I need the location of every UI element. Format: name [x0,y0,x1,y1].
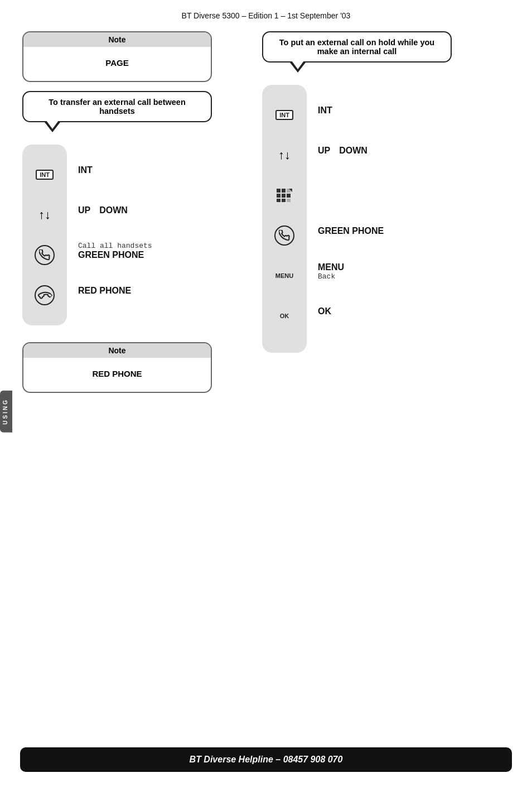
left-labels: INT UP DOWN Call all handsets GREEN PHON… [67,145,152,311]
svg-rect-8 [287,199,291,202]
svg-rect-1 [282,189,286,193]
left-label-green-phone: Call all handsets GREEN PHONE [78,231,152,271]
left-label-arrows: UP DOWN [78,190,152,231]
right-ok-text: OK [318,306,384,316]
right-label-int: INT [318,90,384,131]
svg-rect-0 [277,189,280,193]
right-step-ok: OK [262,296,307,336]
red-phone-icon-left [35,285,55,305]
right-procedure: INT ↑↓ [262,85,507,353]
right-step-keypad [262,175,307,215]
note-box-2: Note RED PHONE [22,342,212,393]
hold-callout: To put an external call on hold while yo… [262,31,452,63]
left-label-red-phone: RED PHONE [78,271,152,311]
transfer-callout-arrow [45,122,60,132]
left-red-phone-text: RED PHONE [78,286,152,296]
right-labels: INT UP DOWN GREEN PHONE [307,85,384,332]
green-phone-icon-left [35,245,55,265]
ok-label: OK [280,313,289,319]
page-title: BT Diverse 5300 – Edition 1 – 1st Septem… [0,0,532,26]
using-tab: USING [0,391,12,433]
left-step-red-phone [22,275,67,315]
right-label-ok: OK [318,291,384,332]
left-int-text: INT [78,165,152,175]
right-column: To put an external call on hold while yo… [262,31,507,393]
note-box-2-header: Note [23,343,211,358]
right-label-arrows: UP DOWN [318,131,384,171]
right-int-text: INT [318,105,384,116]
footer-bar: BT Diverse Helpline – 08457 908 070 [20,747,512,772]
green-phone-icon-right [274,225,294,246]
left-up-text: UP [78,205,90,215]
svg-rect-3 [277,194,280,198]
right-menu-subtext: Back [318,272,384,281]
right-down-text: DOWN [339,146,367,156]
int-badge-right: INT [275,110,293,120]
note-box-1: Note PAGE [22,31,212,82]
right-step-menu: MENU [262,256,307,296]
transfer-callout: To transfer an external call between han… [22,91,212,122]
left-step-int: INT [22,155,67,195]
left-procedure: INT ↑↓ [22,145,245,325]
left-label-int: INT [78,150,152,190]
left-step-arrows: ↑↓ [22,195,67,235]
right-label-keypad [318,171,384,211]
left-green-phone-text: GREEN PHONE [78,250,152,260]
svg-rect-4 [282,194,286,198]
left-green-phone-sublabel: Call all handsets [78,242,152,250]
right-step-arrows: ↑↓ [262,135,307,175]
hold-callout-arrow [290,63,306,73]
svg-rect-6 [277,199,280,202]
right-label-green-phone: GREEN PHONE [318,211,384,251]
left-gray-strip: INT ↑↓ [22,145,67,325]
svg-rect-5 [287,194,291,198]
arrows-icon-left: ↑↓ [38,208,51,222]
menu-label: MENU [275,272,293,279]
hold-callout-wrapper: To put an external call on hold while yo… [262,31,507,73]
right-step-int: INT [262,95,307,135]
left-step-green-phone [22,235,67,275]
right-menu-text: MENU [318,262,384,272]
note-box-1-content: PAGE [23,47,211,81]
right-green-phone-text: GREEN PHONE [318,226,384,236]
right-step-green-phone [262,215,307,256]
note-box-2-content: RED PHONE [23,358,211,392]
right-label-menu: MENU Back [318,251,384,291]
transfer-callout-wrapper: To transfer an external call between han… [22,91,245,132]
keypad-icon [277,189,292,202]
right-up-text: UP [318,146,330,156]
arrows-icon-right: ↑↓ [278,148,291,162]
note-box-1-header: Note [23,32,211,47]
left-column: Note PAGE To transfer an external call b… [22,31,245,393]
left-down-text: DOWN [99,205,128,215]
right-gray-strip: INT ↑↓ [262,85,307,353]
svg-rect-7 [282,199,286,202]
int-badge-left: INT [36,170,54,180]
